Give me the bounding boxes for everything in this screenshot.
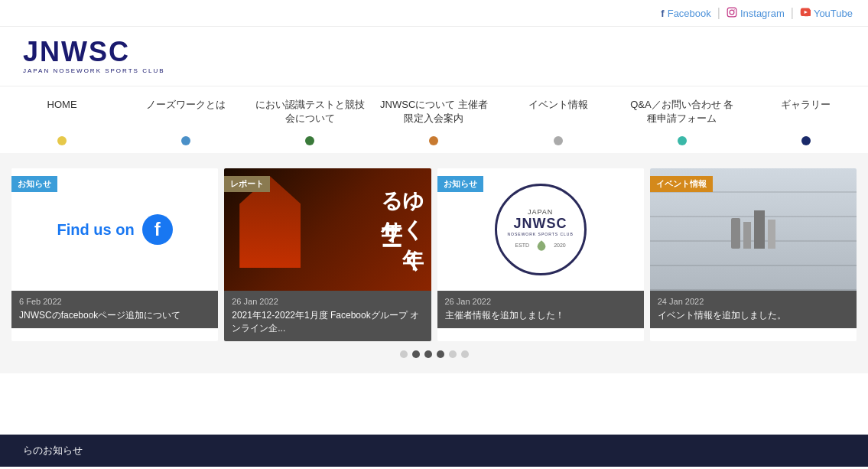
facebook-label: Facebook [668, 8, 711, 19]
dot-orange [429, 136, 438, 145]
slide4-title: イベント情報を追加しました。 [658, 309, 849, 322]
page-dot-2[interactable] [412, 350, 420, 358]
slide-card-1[interactable]: Find us on f お知らせ 6 Feb 2022 JNWSCのfaceb… [11, 168, 218, 341]
header: JNWSC JAPAN NOSEWORK SPORTS CLUB [0, 27, 868, 86]
slide3-badge: お知らせ [437, 176, 483, 192]
logo-main: JNWSC [23, 38, 165, 66]
slider-section: Find us on f お知らせ 6 Feb 2022 JNWSCのfaceb… [0, 153, 868, 373]
nav-item-home[interactable]: HOME [0, 86, 124, 132]
social-bar: f Facebook | Instagram | YouTube [0, 0, 868, 27]
dot-green [305, 136, 314, 145]
slide2-text: ゆく年くる年サー [381, 176, 424, 283]
nav-dots-row [0, 132, 868, 153]
nav-dot-5 [620, 136, 744, 145]
page-dot-5[interactable] [449, 350, 457, 358]
instagram-icon [727, 7, 737, 20]
navigation: HOME ノーズワークとは におい認識テストと競技会について JNWSCについて… [0, 86, 868, 153]
nav-dot-2 [248, 136, 372, 145]
youtube-icon [800, 7, 811, 20]
shelf-item-1 [731, 218, 740, 249]
logo-sub: JAPAN NOSEWORK SPORTS CLUB [23, 67, 165, 74]
shelf-items [723, 210, 783, 249]
nav-link-gallery[interactable]: ギャラリー [744, 86, 868, 118]
nav-item-events[interactable]: イベント情報 [496, 86, 620, 132]
nav-item-about[interactable]: JNWSCについて 主催者限定入会案内 [372, 86, 496, 132]
dot-teal [678, 136, 687, 145]
nav-dot-0 [0, 136, 124, 145]
slide1-find-us: Find us on [57, 221, 135, 239]
shelf-item-4 [768, 220, 775, 249]
slide2-badge: レポート [224, 176, 270, 192]
nav-item-qa[interactable]: Q&A／お問い合わせ 各種申請フォーム [620, 86, 744, 132]
slide4-badge: イベント情報 [650, 176, 713, 192]
nav-dot-4 [496, 136, 620, 145]
bottom-bar: らのお知らせ [0, 435, 868, 467]
logo-circle-japan: JAPAN [528, 208, 553, 216]
nav-dot-1 [124, 136, 248, 145]
youtube-link[interactable]: YouTube [800, 7, 853, 20]
jnwsc-logo-circle: JAPAN JNWSC NOSEWORK SPORTS CLUB ESTD 20… [495, 184, 587, 275]
svg-rect-0 [727, 8, 736, 17]
logo-circle-bottom: ESTD 2020 [515, 239, 566, 252]
youtube-label: YouTube [814, 8, 853, 19]
shelf-item-3 [754, 210, 765, 249]
slide-card-4[interactable]: イベント情報 24 Jan 2022 イベント情報を追加しました。 [650, 168, 857, 341]
nav-dot-3 [372, 136, 496, 145]
instagram-link[interactable]: Instagram [727, 7, 785, 20]
dot-darkblue [801, 136, 811, 145]
nav-link-smell-test[interactable]: におい認識テストと競技会について [248, 86, 372, 132]
dot-blue [181, 136, 190, 145]
slide3-date: 26 Jan 2022 [445, 297, 636, 306]
nav-link-events[interactable]: イベント情報 [496, 86, 620, 118]
bottom-bar-label: らのお知らせ [23, 445, 83, 456]
shelf-item-2 [743, 222, 751, 249]
logo-circle-sub: NOSEWORK SPORTS CLUB [507, 232, 573, 236]
slide2-title: 2021年12-2022年1月度 Facebookグループ オンライン企... [232, 309, 423, 335]
logo-estd: ESTD [515, 243, 530, 248]
logo-year: 2020 [554, 243, 566, 248]
instagram-label: Instagram [740, 8, 785, 19]
nav-link-qa[interactable]: Q&A／お問い合わせ 各種申請フォーム [620, 86, 744, 132]
svg-point-2 [734, 9, 735, 10]
page-dot-1[interactable] [400, 350, 408, 358]
slider-pagination [11, 350, 857, 358]
nav-item-nosework[interactable]: ノーズワークとは [124, 86, 248, 132]
page-dot-6[interactable] [461, 350, 469, 358]
nav-menu: HOME ノーズワークとは におい認識テストと競技会について JNWSCについて… [0, 86, 868, 132]
slide1-badge: お知らせ [11, 176, 57, 192]
slide1-info: 6 Feb 2022 JNWSCのfacebookページ追加について [11, 291, 218, 328]
slider-grid: Find us on f お知らせ 6 Feb 2022 JNWSCのfaceb… [11, 168, 857, 341]
dot-yellow [57, 136, 67, 145]
logo-leaf-icon [535, 239, 548, 252]
nav-link-nosework[interactable]: ノーズワークとは [124, 86, 248, 118]
nav-item-gallery[interactable]: ギャラリー [744, 86, 868, 132]
separator-1: | [717, 6, 720, 20]
nav-link-home[interactable]: HOME [0, 86, 124, 118]
slide-card-2[interactable]: ゆく年くる年サー レポート 26 Jan 2022 2021年12-2022年1… [224, 168, 431, 341]
page-dot-4[interactable] [437, 350, 444, 358]
separator-2: | [791, 6, 794, 20]
slide3-title: 主催者情報を追加しました！ [445, 309, 636, 322]
nav-dots-inner [0, 136, 868, 145]
slide4-date: 24 Jan 2022 [658, 297, 849, 306]
facebook-circle-icon: f [142, 214, 173, 245]
logo[interactable]: JNWSC JAPAN NOSEWORK SPORTS CLUB [23, 38, 165, 74]
nav-link-about[interactable]: JNWSCについて 主催者限定入会案内 [372, 86, 496, 132]
slide1-date: 6 Feb 2022 [19, 297, 210, 306]
logo-circle-jnwsc: JNWSC [514, 216, 567, 232]
slide2-date: 26 Jan 2022 [232, 297, 423, 306]
slide1-title: JNWSCのfacebookページ追加について [19, 309, 210, 322]
slide4-info: 24 Jan 2022 イベント情報を追加しました。 [650, 291, 857, 328]
slide2-info: 26 Jan 2022 2021年12-2022年1月度 Facebookグルー… [224, 291, 431, 341]
svg-point-1 [730, 10, 734, 15]
slide-card-3[interactable]: JAPAN JNWSC NOSEWORK SPORTS CLUB ESTD 20… [437, 168, 644, 341]
nav-item-smell-test[interactable]: におい認識テストと競技会について [248, 86, 372, 132]
page-dot-3[interactable] [424, 350, 432, 358]
slide3-info: 26 Jan 2022 主催者情報を追加しました！ [437, 291, 644, 328]
facebook-icon: f [661, 8, 664, 19]
facebook-link[interactable]: f Facebook [661, 8, 710, 19]
nav-dot-6 [744, 136, 868, 145]
dot-gray [554, 136, 563, 145]
content-spacer [0, 373, 868, 419]
